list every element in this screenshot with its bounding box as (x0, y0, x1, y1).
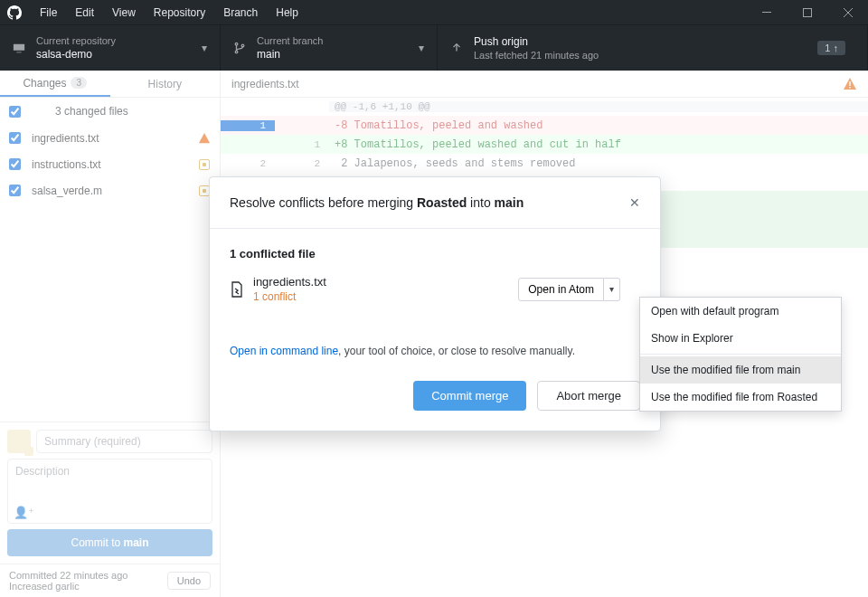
tab-changes[interactable]: Changes 3 (0, 71, 110, 97)
diff-code-line: -8 Tomatillos, peeled and washed (329, 119, 542, 132)
file-name: ingredients.txt (32, 132, 99, 145)
open-in-editor-button[interactable]: Open in Atom (518, 278, 604, 301)
git-branch-icon (233, 42, 248, 54)
changed-files-summary: 3 changed files (55, 105, 128, 118)
dropdown-open-default[interactable]: Open with default program (640, 298, 841, 325)
conflict-count: 1 conflict (253, 290, 326, 303)
command-line-hint: Open in command line, your tool of choic… (230, 345, 640, 357)
menu-branch[interactable]: Branch (214, 6, 267, 19)
commit-form: Summary (required) Description 👤⁺ Commit… (0, 422, 220, 564)
menu-repository[interactable]: Repository (145, 6, 214, 19)
gutter-old: 1 (221, 120, 275, 131)
changes-sidebar: Changes 3 History 3 changed files ingred… (0, 71, 221, 597)
open-command-line-link[interactable]: Open in command line (230, 345, 338, 357)
commit-button[interactable]: Commit to main (7, 529, 212, 556)
repo-label: Current repository (36, 35, 116, 46)
window-maximize-button[interactable] (787, 0, 827, 24)
conflict-warning-icon (843, 77, 857, 91)
status-time: Committed 22 minutes ago (9, 570, 127, 581)
chevron-down-icon: ▾ (202, 42, 207, 54)
modified-icon (198, 158, 211, 171)
commit-summary-input[interactable]: Summary (required) (36, 430, 212, 453)
current-repository-selector[interactable]: Current repository salsa-demo ▾ (0, 25, 221, 71)
commit-merge-button[interactable]: Commit merge (413, 381, 526, 411)
github-logo-icon (7, 5, 22, 20)
open-in-editor-menu-button[interactable]: ▾ (604, 278, 620, 301)
open-editor-dropdown: Open with default program Show in Explor… (639, 297, 842, 412)
svg-point-4 (241, 44, 244, 47)
file-name: instructions.txt (32, 158, 101, 171)
current-branch-selector[interactable]: Current branch main ▾ (221, 25, 438, 71)
gutter-new: 2 (275, 158, 329, 169)
conflicted-files-header: 1 conflicted file (230, 247, 640, 261)
changes-count-badge: 3 (71, 77, 87, 89)
file-checkbox[interactable] (9, 132, 21, 144)
push-value: Last fetched 21 minutes ago (474, 50, 599, 61)
abort-merge-button[interactable]: Abort merge (537, 381, 640, 411)
push-up-icon (450, 42, 465, 54)
modal-close-button[interactable]: ✕ (629, 195, 640, 210)
user-avatar (7, 430, 31, 453)
diff-filename: ingredients.txt (231, 78, 299, 90)
branch-label: Current branch (257, 35, 323, 46)
push-origin-button[interactable]: Push origin Last fetched 21 minutes ago … (438, 25, 868, 71)
menubar: File Edit View Repository Branch Help (0, 0, 868, 24)
diff-code-line: 2 Jalapenos, seeds and stems removed (329, 157, 575, 170)
menu-edit[interactable]: Edit (66, 6, 103, 19)
modal-title: Resolve conflicts before merging Roasted… (230, 195, 524, 210)
toolbar: Current repository salsa-demo ▾ Current … (0, 24, 868, 71)
file-row[interactable]: ingredients.txt (0, 125, 220, 151)
svg-rect-6 (849, 87, 850, 88)
recent-commit-status: Committed 22 minutes ago Increased garli… (0, 564, 220, 597)
file-checkbox[interactable] (9, 158, 21, 170)
filelist-header: 3 changed files (0, 98, 220, 125)
gutter-old: 2 (221, 158, 275, 169)
svg-rect-0 (762, 12, 771, 13)
svg-point-3 (235, 51, 238, 53)
window-close-button[interactable] (827, 0, 868, 24)
menu-help[interactable]: Help (267, 6, 307, 19)
svg-rect-5 (849, 81, 850, 86)
file-row[interactable]: instructions.txt (0, 151, 220, 177)
tab-history[interactable]: History (110, 71, 221, 97)
branch-value: main (257, 48, 323, 61)
dropdown-use-main[interactable]: Use the modified file from main (640, 356, 841, 384)
file-checkbox[interactable] (9, 185, 21, 196)
status-message: Increased garlic (9, 581, 127, 592)
repo-value: salsa-demo (36, 48, 116, 61)
conflict-file-name: ingredients.txt (253, 275, 326, 289)
dropdown-use-roasted[interactable]: Use the modified file from Roasted (640, 384, 841, 411)
diff-code-line: +8 Tomatillos, peeled washed and cut in … (329, 138, 621, 151)
menu-view[interactable]: View (103, 6, 145, 19)
dropdown-show-explorer[interactable]: Show in Explorer (640, 325, 841, 352)
conflict-warning-icon (198, 132, 211, 145)
file-conflict-icon (230, 281, 244, 298)
svg-point-2 (235, 43, 238, 45)
add-coauthor-icon[interactable]: 👤⁺ (14, 506, 34, 519)
file-row[interactable]: salsa_verde.m (0, 177, 220, 204)
chevron-down-icon: ▾ (419, 42, 424, 54)
push-count-badge: 1 ↑ (817, 41, 845, 55)
desktop-icon (13, 42, 27, 54)
resolve-conflicts-modal: Resolve conflicts before merging Roasted… (209, 176, 661, 431)
menu-file[interactable]: File (31, 6, 66, 19)
file-name: salsa_verde.m (32, 185, 102, 197)
window-minimize-button[interactable] (746, 0, 787, 24)
gutter-new: 1 (275, 139, 329, 150)
select-all-files-checkbox[interactable] (9, 106, 21, 118)
commit-description-input[interactable]: Description 👤⁺ (7, 459, 212, 524)
diff-hunk-header: @@ -1,6 +1,10 @@ (329, 101, 868, 112)
svg-rect-1 (803, 8, 811, 16)
undo-button[interactable]: Undo (167, 572, 211, 590)
push-label: Push origin (474, 35, 599, 48)
dropdown-separator (640, 354, 841, 355)
